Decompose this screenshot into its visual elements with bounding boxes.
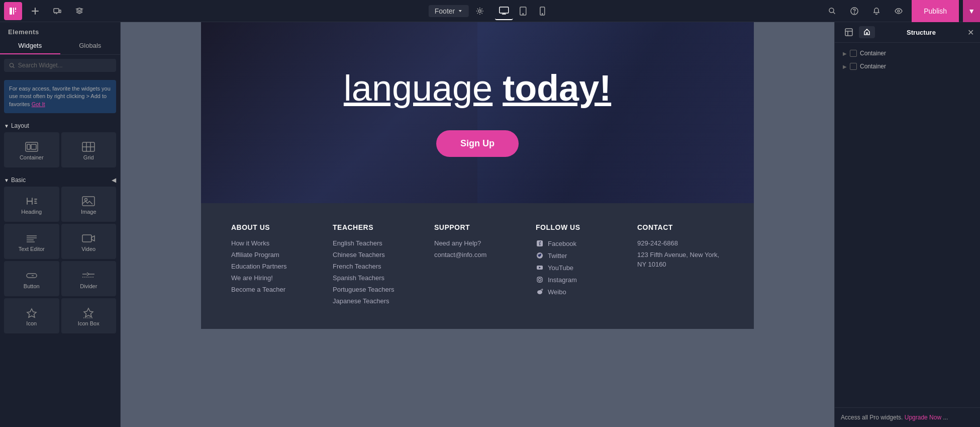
svg-point-6 [479, 10, 481, 12]
footer-link-education[interactable]: Education Partners [231, 263, 318, 270]
social-twitter[interactable]: Twitter [536, 251, 622, 260]
pro-banner: Access all Pro widgets. Upgrade Now ... [835, 407, 980, 427]
tab-widgets[interactable]: Widgets [0, 38, 60, 54]
footer-link-how[interactable]: How it Works [231, 239, 318, 247]
desktop-btn[interactable] [495, 2, 513, 20]
widget-button[interactable]: Button [4, 261, 59, 296]
widget-image[interactable]: Image [61, 187, 117, 222]
responsive-btn[interactable] [48, 2, 66, 20]
footer-link-hiring[interactable]: We are Hiring! [231, 274, 318, 282]
social-weibo[interactable]: Weibo [536, 288, 622, 296]
container-icon [25, 141, 39, 152]
social-facebook[interactable]: Facebook [536, 239, 622, 247]
widget-container-label: Container [20, 154, 44, 160]
canvas-area: language today! Sign Up About Us How it … [121, 22, 834, 427]
elementor-logo-btn[interactable] [4, 2, 22, 20]
widget-search-bar [4, 59, 116, 72]
svg-marker-37 [84, 308, 93, 317]
publish-arrow-btn[interactable]: ▼ [963, 0, 980, 22]
structure-item-0[interactable]: ▶ Container [839, 47, 976, 60]
page-name-dropdown[interactable]: Footer [429, 5, 469, 17]
icon-widget-icon [25, 307, 39, 318]
svg-marker-36 [27, 309, 36, 317]
structure-box-1 [850, 63, 857, 70]
mobile-btn[interactable] [533, 2, 551, 20]
social-youtube[interactable]: YouTube [536, 264, 622, 272]
tab-globals[interactable]: Globals [60, 38, 121, 54]
upgrade-link[interactable]: Upgrade Now [905, 414, 941, 421]
divider-icon [81, 270, 95, 281]
footer-link-japanese[interactable]: Japanese Teachers [333, 297, 419, 305]
layers-btn[interactable] [70, 2, 88, 20]
youtube-icon [536, 264, 544, 272]
text-editor-icon [25, 233, 39, 244]
footer-link-contact[interactable]: contact@info.com [434, 251, 521, 259]
heading-icon [25, 196, 39, 207]
publish-button[interactable]: Publish [912, 0, 959, 22]
svg-point-45 [541, 278, 542, 278]
widget-grid[interactable]: Grid [61, 132, 117, 167]
widget-video-label: Video [81, 246, 95, 252]
main-area: Elements Widgets Globals For easy access… [0, 22, 980, 427]
widget-icon-box[interactable]: Icon Box [61, 298, 117, 333]
got-it-link[interactable]: Got It [32, 101, 45, 107]
basic-section-label[interactable]: ▼ Basic ◀ [0, 172, 120, 187]
sidebar-title: Elements [0, 22, 120, 36]
add-element-btn[interactable] [26, 2, 44, 20]
search-btn[interactable] [823, 2, 841, 20]
widget-divider[interactable]: Divider [61, 261, 117, 296]
footer-link-chinese[interactable]: Chinese Teachers [333, 251, 419, 259]
canvas-scroll: language today! Sign Up About Us How it … [121, 22, 834, 427]
footer-link-spanish[interactable]: Spanish Teachers [333, 274, 419, 282]
footer-col-about: About Us How it Works Affiliate Program … [231, 223, 318, 309]
panel-tab-style[interactable] [859, 26, 875, 38]
contact-address-line2: NY 10160 [637, 261, 724, 268]
structure-arrow-1: ▶ [843, 64, 847, 69]
left-sidebar: Elements Widgets Globals For easy access… [0, 22, 121, 427]
widget-heading-label: Heading [21, 209, 42, 215]
button-icon [25, 270, 39, 281]
footer-link-english[interactable]: English Teachers [333, 239, 419, 247]
layout-section-label[interactable]: ▼ Layout [0, 117, 120, 132]
social-instagram[interactable]: Instagram [536, 276, 622, 284]
contact-address-line1: 123 Fifth Avenue, New York, [637, 251, 724, 259]
svg-rect-1 [13, 8, 14, 15]
collapse-icon[interactable]: ◀ [112, 177, 116, 184]
top-bar-right: Publish ▼ [823, 0, 980, 22]
svg-rect-49 [845, 29, 852, 36]
search-input[interactable] [18, 62, 111, 69]
widget-video[interactable]: Video [61, 224, 117, 259]
footer-about-heading: About Us [231, 223, 318, 231]
footer-col-support: Support Need any Help? contact@info.com [434, 223, 521, 309]
footer-link-french[interactable]: French Teachers [333, 263, 419, 270]
widget-icon[interactable]: Icon [4, 298, 59, 333]
widget-text-editor[interactable]: Text Editor [4, 224, 59, 259]
svg-rect-4 [54, 9, 59, 13]
svg-rect-30 [82, 235, 91, 242]
page-settings-btn[interactable] [471, 2, 489, 20]
svg-point-12 [829, 8, 834, 13]
signup-button[interactable]: Sign Up [436, 130, 519, 157]
help-btn[interactable] [845, 2, 863, 20]
structure-label-0: Container [860, 50, 886, 57]
widget-grid-label: Grid [83, 154, 94, 160]
footer-support-heading: Support [434, 223, 521, 231]
preview-btn[interactable] [890, 2, 908, 20]
panel-close-btn[interactable]: ✕ [967, 28, 974, 37]
panel-tab-layout[interactable] [841, 26, 857, 38]
footer-link-affiliate[interactable]: Affiliate Program [231, 251, 318, 259]
structure-arrow-0: ▶ [843, 51, 847, 56]
svg-rect-7 [500, 7, 509, 13]
widget-heading[interactable]: Heading [4, 187, 59, 222]
footer-link-help[interactable]: Need any Help? [434, 239, 521, 247]
widget-container[interactable]: Container [4, 132, 59, 167]
icon-box-icon [81, 307, 95, 318]
instagram-icon [536, 276, 544, 284]
footer-section: About Us How it Works Affiliate Program … [201, 203, 754, 329]
tablet-btn[interactable] [514, 2, 532, 20]
grid-icon [81, 141, 95, 152]
notifications-btn[interactable] [867, 2, 886, 20]
footer-link-portuguese[interactable]: Portuguese Teachers [333, 286, 419, 293]
structure-item-1[interactable]: ▶ Container [839, 60, 976, 73]
footer-link-become[interactable]: Become a Teacher [231, 286, 318, 293]
